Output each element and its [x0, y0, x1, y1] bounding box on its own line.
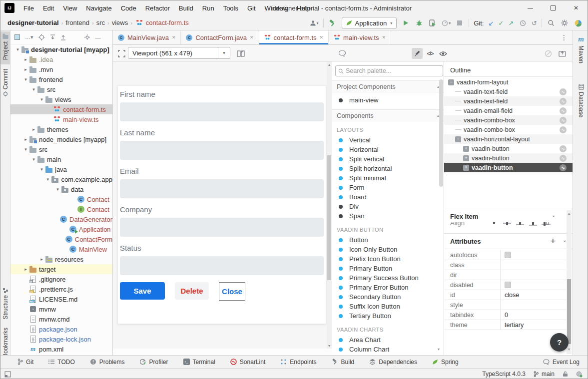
palette-item-secondary-button[interactable]: Secondary Button: [332, 292, 441, 302]
breadcrumb-project[interactable]: designer-tutorial: [7, 19, 59, 26]
outline-row-text-field[interactable]: vaadin-text-field: [444, 96, 573, 106]
close-tab-icon[interactable]: [250, 35, 254, 40]
chevron-right-icon[interactable]: [38, 257, 45, 262]
palette-item-split-minimal[interactable]: Split minimal: [332, 173, 441, 183]
tab-contactform-java[interactable]: C ContactForm.java: [181, 30, 259, 44]
menu-run[interactable]: Run: [198, 0, 219, 15]
toolwindow-endpoints[interactable]: Endpoints: [280, 359, 316, 366]
chevron-down-icon[interactable]: [552, 214, 556, 219]
tree-item[interactable]: JS.prettierrc.js: [10, 284, 112, 294]
toolwindow-profiler[interactable]: Profiler: [139, 359, 168, 366]
run-button[interactable]: [401, 18, 410, 27]
outline-row-email-field[interactable]: vaadin-email-field: [444, 106, 573, 115]
tool-stripe-database[interactable]: Database: [573, 82, 588, 132]
stop-button[interactable]: [455, 18, 464, 27]
indexing-settings-icon[interactable]: [576, 371, 583, 378]
toolwindow-sonarlint[interactable]: SonarLint: [230, 359, 265, 366]
palette-item-button[interactable]: Button: [332, 235, 441, 245]
palette-item-primary-success-button[interactable]: Primary Success Button: [332, 273, 441, 283]
align-start-icon[interactable]: [488, 222, 501, 227]
tree-item[interactable]: node_modules [myapp]: [10, 134, 112, 144]
tool-stripe-maven[interactable]: m Maven: [573, 33, 588, 78]
palette-item-primary-button[interactable]: Primary Button: [332, 264, 441, 273]
tab-main-view-ts[interactable]: main-view.ts: [329, 30, 391, 44]
palette-item-area-chart[interactable]: Area Chart: [332, 335, 441, 345]
outline-row-button[interactable]: vaadin-button: [444, 144, 573, 153]
palette-search-box[interactable]: [335, 65, 443, 76]
attribute-row[interactable]: autofocus: [444, 250, 567, 260]
expand-icon[interactable]: [463, 146, 469, 152]
chevron-down-icon[interactable]: [22, 77, 29, 82]
palette-item-split-vertical[interactable]: Split vertical: [332, 154, 441, 164]
breadcrumb-views[interactable]: views: [112, 19, 128, 26]
debug-button[interactable]: [415, 18, 424, 27]
palette-item-span[interactable]: Span: [332, 211, 441, 221]
tab-mainview-java[interactable]: C MainView.java: [113, 30, 181, 44]
autofocus-checkbox[interactable]: [505, 252, 511, 258]
tree-item[interactable]: IContact: [10, 204, 112, 214]
canvas-vertical-scrollbar[interactable]: ▴ ▾: [327, 61, 332, 349]
git-commit-icon[interactable]: ✓: [498, 19, 504, 27]
tree-item[interactable]: data: [10, 184, 112, 194]
scroll-down-icon[interactable]: [567, 347, 572, 352]
java-link-icon[interactable]: [560, 88, 567, 95]
outline-row-combo-box[interactable]: vaadin-combo-box: [444, 115, 573, 125]
select-frame-icon[interactable]: [116, 48, 127, 59]
scroll-down-icon[interactable]: [438, 347, 440, 352]
collapse-all-icon[interactable]: [60, 34, 66, 40]
chevron-down-icon[interactable]: [563, 239, 567, 244]
text-field-last-name[interactable]: [120, 141, 324, 160]
tree-item[interactable]: mpom.xml: [10, 344, 112, 354]
tree-item[interactable]: themes: [10, 124, 112, 134]
palette-item-horizontal[interactable]: Horizontal: [332, 145, 441, 154]
gradle-swirl-icon[interactable]: [574, 18, 583, 27]
tree-item[interactable]: {}package.json: [10, 324, 112, 334]
palette-item-div[interactable]: Div: [332, 202, 441, 211]
tab-contact-form-ts[interactable]: contact-form.ts: [259, 30, 329, 44]
tool-stripe-project[interactable]: Project: [0, 31, 10, 64]
palette-item-suffix-icon-button[interactable]: Suffix Icon Button: [332, 302, 441, 311]
build-hammer-icon[interactable]: [328, 18, 337, 27]
align-baseline-icon[interactable]: [514, 222, 527, 227]
palette-item-column-chart[interactable]: Column Chart: [332, 345, 441, 354]
palette-item-main-view[interactable]: main-view: [332, 95, 441, 105]
flex-item-section-header[interactable]: Flex Item: [444, 210, 573, 222]
disabled-checkbox[interactable]: [505, 282, 511, 288]
palette-section-components[interactable]: Components: [332, 109, 444, 121]
git-update-icon[interactable]: ↙: [488, 19, 494, 27]
hide-panel-icon[interactable]: —: [95, 34, 101, 40]
toolwindow-build[interactable]: Build: [332, 359, 355, 366]
palette-item-tertiary-button[interactable]: Tertiary Button: [332, 311, 441, 321]
attribute-value[interactable]: [500, 300, 567, 310]
chevron-down-icon[interactable]: [44, 177, 51, 182]
align-center-icon[interactable]: [501, 222, 514, 227]
collapse-icon[interactable]: [455, 136, 461, 142]
chevron-down-icon[interactable]: [38, 167, 45, 172]
combo-box-company[interactable]: [120, 218, 324, 237]
tree-item[interactable]: {}package-lock.json: [10, 334, 112, 344]
chevron-down-icon[interactable]: [14, 47, 21, 52]
tree-item-selected[interactable]: contact-form.ts: [10, 104, 112, 114]
code-view-icon[interactable]: </>: [425, 48, 436, 59]
open-in-browser-icon[interactable]: [557, 48, 568, 59]
chevron-right-icon[interactable]: [22, 67, 29, 72]
tree-item[interactable]: .mvn: [10, 64, 112, 74]
attribute-value[interactable]: [500, 260, 567, 270]
breadcrumb-frontend[interactable]: frontend: [65, 19, 89, 26]
outline-row-button-selected[interactable]: vaadin-button: [444, 163, 573, 172]
attribute-row[interactable]: idclose: [444, 290, 567, 300]
expand-all-icon[interactable]: [50, 34, 55, 40]
menu-edit[interactable]: Edit: [38, 0, 58, 15]
expand-icon[interactable]: [463, 155, 469, 161]
outline-row-form-layout[interactable]: vaadin-form-layout: [444, 77, 573, 87]
panel-settings-gear-icon[interactable]: [84, 34, 90, 40]
scrollbar-thumb[interactable]: [327, 155, 331, 280]
attribute-row[interactable]: themetertiary: [444, 320, 567, 330]
outline-row-button[interactable]: vaadin-button: [444, 153, 573, 163]
combo-box-status[interactable]: [120, 256, 324, 275]
minimize-button[interactable]: [519, 0, 542, 15]
palette-item-icon-only-button[interactable]: Icon Only Button: [332, 245, 441, 254]
java-link-icon[interactable]: [560, 117, 567, 124]
tree-item[interactable]: CMainView: [10, 244, 112, 254]
collapse-icon[interactable]: [448, 79, 454, 85]
